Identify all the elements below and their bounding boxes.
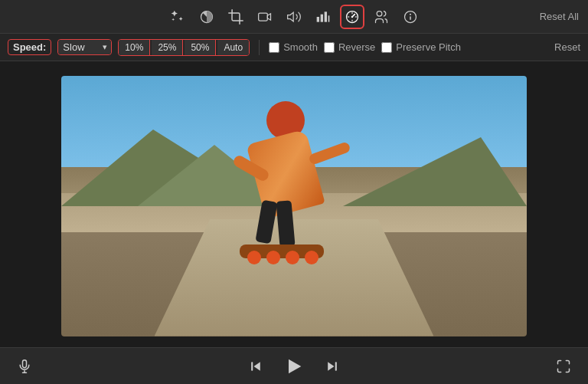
video-camera-icon[interactable] xyxy=(253,5,277,29)
skateboard xyxy=(240,245,324,258)
svg-rect-17 xyxy=(335,362,337,371)
svg-point-8 xyxy=(377,11,382,16)
video-background xyxy=(61,76,527,336)
skater xyxy=(224,90,347,258)
preserve-pitch-option[interactable]: Preserve Pitch xyxy=(381,41,461,53)
microphone-button[interactable] xyxy=(12,354,37,379)
bottom-controls xyxy=(0,347,588,384)
svg-point-7 xyxy=(351,15,354,18)
crop-icon[interactable] xyxy=(224,5,248,29)
magic-icon[interactable] xyxy=(165,5,190,29)
speed-bar: Speed: Slow Normal Fast Freeze Custom 10… xyxy=(0,34,588,61)
wheel-front-right xyxy=(266,251,280,264)
svg-rect-1 xyxy=(259,13,268,21)
speed-select-wrapper: Slow Normal Fast Freeze Custom xyxy=(57,39,112,55)
svg-rect-2 xyxy=(317,17,319,22)
preset-auto-button[interactable]: Auto xyxy=(217,40,249,55)
info-icon[interactable] xyxy=(398,5,423,29)
fullscreen-button[interactable] xyxy=(551,354,576,379)
video-area xyxy=(0,61,588,347)
preset-50-button[interactable]: 50% xyxy=(185,40,216,55)
svg-rect-5 xyxy=(328,15,330,21)
skip-forward-button[interactable] xyxy=(320,354,345,379)
left-controls xyxy=(12,354,37,379)
preserve-pitch-label: Preserve Pitch xyxy=(396,41,461,53)
color-wheel-icon[interactable] xyxy=(194,5,219,29)
video-container xyxy=(61,76,527,336)
audio-icon[interactable] xyxy=(282,5,306,29)
histogram-icon[interactable] xyxy=(311,5,335,29)
center-controls xyxy=(243,353,345,380)
wheel-rear-left xyxy=(286,251,299,264)
mountain-right xyxy=(343,137,527,206)
speed-presets: 10% 25% 50% Auto xyxy=(118,39,250,56)
people-icon[interactable] xyxy=(369,5,394,29)
svg-rect-14 xyxy=(251,362,253,371)
smooth-option[interactable]: Smooth xyxy=(269,41,318,53)
preserve-pitch-checkbox[interactable] xyxy=(381,42,392,53)
speed-label: Speed: xyxy=(8,39,51,55)
preset-25-button[interactable]: 25% xyxy=(152,40,183,55)
play-button[interactable] xyxy=(280,353,308,380)
wheel-front-left xyxy=(247,251,261,264)
svg-marker-16 xyxy=(328,362,334,371)
reverse-checkbox[interactable] xyxy=(324,42,335,53)
reverse-label: Reverse xyxy=(338,41,375,53)
speed-icon[interactable] xyxy=(340,5,364,29)
speed-reset-button[interactable]: Reset xyxy=(554,41,580,53)
svg-rect-3 xyxy=(321,14,323,21)
wheel-rear-right xyxy=(305,251,318,264)
svg-marker-15 xyxy=(289,359,301,373)
reverse-option[interactable]: Reverse xyxy=(324,41,375,53)
right-controls xyxy=(551,354,576,379)
svg-marker-13 xyxy=(254,362,260,371)
svg-rect-12 xyxy=(23,359,27,367)
top-toolbar: Reset All xyxy=(0,0,588,34)
skater-leg-left xyxy=(255,199,277,244)
smooth-label: Smooth xyxy=(283,41,318,53)
reset-all-button[interactable]: Reset All xyxy=(540,11,579,22)
skip-back-button[interactable] xyxy=(243,354,268,379)
skater-arm-right xyxy=(308,141,351,166)
divider xyxy=(259,40,260,55)
smooth-checkbox[interactable] xyxy=(269,42,279,53)
preset-10-button[interactable]: 10% xyxy=(119,40,150,55)
svg-rect-4 xyxy=(325,11,327,21)
speed-select[interactable]: Slow Normal Fast Freeze Custom xyxy=(58,40,111,54)
